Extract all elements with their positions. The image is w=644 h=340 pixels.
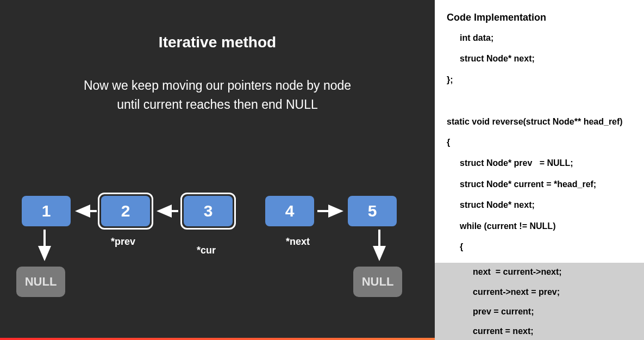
code-panel: Code Implementation int data;struct Node… [435,0,644,340]
node-2: 2 [101,196,150,226]
slide-panel: Iterative method Now we keep moving our … [0,0,435,340]
ptr-next-label: *next [286,236,310,248]
code-line: struct Node* next; [447,54,632,64]
code-line: next = current->next; [447,267,632,277]
progress-bar [0,338,435,340]
code-line: prev = current; [447,307,632,317]
node-4: 4 [265,196,314,226]
null-right: NULL [353,267,402,297]
code-line: struct Node* next; [447,200,632,210]
code-heading: Code Implementation [447,12,632,23]
code-lines: int data;struct Node* next;}; static voi… [447,33,632,252]
code-line: int data; [447,33,632,43]
code-line [447,96,632,106]
code-line: }; [447,75,632,85]
code-highlight-block: next = current->next;current->next = pre… [435,263,644,340]
code-line: { [447,242,632,252]
node-1: 1 [22,196,71,226]
code-line: { [447,138,632,147]
code-line: current->next = prev; [447,287,632,297]
node-5: 5 [348,196,397,226]
null-left: NULL [16,267,65,297]
subtitle-line-2: until current reaches then end NULL [117,97,318,112]
linked-list-diagram: 1 2 3 4 5 NULL NULL *prev *cur *next [0,196,435,326]
code-line: struct Node* current = *head_ref; [447,180,632,189]
node-3: 3 [184,196,233,226]
subtitle-line-1: Now we keep moving our pointers node by … [84,78,351,92]
code-line: while (current != NULL) [447,221,632,231]
ptr-prev-label: *prev [111,236,135,248]
code-line: struct Node* prev = NULL; [447,158,632,168]
slide-title: Iterative method [0,34,435,51]
code-line: static void reverse(struct Node** head_r… [447,117,632,127]
slide-subtitle: Now we keep moving our pointers node by … [22,76,413,114]
code-line: current = next; [447,326,632,336]
ptr-cur-label: *cur [197,245,216,256]
